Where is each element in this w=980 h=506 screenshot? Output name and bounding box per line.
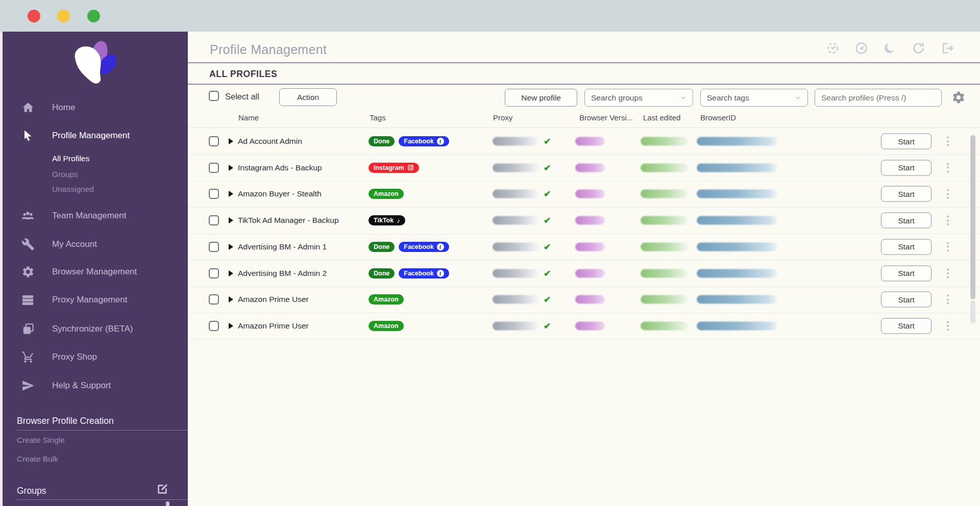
auto-update-icon[interactable]	[826, 41, 840, 55]
section-groups: Groups	[17, 486, 46, 496]
sidebar-item-label: Proxy Shop	[52, 352, 97, 362]
column-header-last-edited[interactable]: Last edited	[643, 113, 680, 122]
column-header-browser-version[interactable]: Browser Versi...	[579, 113, 633, 122]
start-button[interactable]: Start	[881, 160, 932, 175]
row-menu-kebab-icon[interactable]	[947, 163, 949, 172]
row-menu-kebab-icon[interactable]	[947, 268, 949, 278]
action-button[interactable]: Action	[279, 88, 337, 106]
sidebar-item-help-support[interactable]: Help & Support	[3, 375, 188, 396]
browser-version-redacted	[575, 321, 605, 330]
tag-done[interactable]: Done	[369, 242, 395, 252]
chevron-down-icon	[680, 94, 687, 101]
start-button[interactable]: Start	[881, 134, 932, 149]
row-menu-kebab-icon[interactable]	[947, 242, 949, 251]
table-row: Amazon Prime User Amazon ✔ Start	[188, 286, 980, 313]
expand-arrow-icon[interactable]	[229, 217, 233, 223]
sidebar-subitem-groups[interactable]: Groups	[52, 170, 78, 179]
expand-arrow-icon[interactable]	[229, 138, 233, 144]
proxy-value-redacted	[493, 216, 540, 225]
browserid-redacted	[697, 137, 777, 146]
dark-mode-moon-icon[interactable]	[883, 41, 897, 55]
column-header-tags[interactable]: Tags	[370, 113, 386, 122]
row-checkbox[interactable]	[209, 242, 219, 252]
expand-arrow-icon[interactable]	[229, 270, 233, 276]
instagram-icon	[407, 164, 414, 171]
expand-arrow-icon[interactable]	[229, 191, 233, 197]
tag-facebook[interactable]: Facebookf	[399, 268, 449, 279]
row-menu-kebab-icon[interactable]	[947, 216, 949, 225]
search-tags-select[interactable]: Search tags	[700, 89, 808, 107]
start-button[interactable]: Start	[881, 186, 932, 202]
close-button[interactable]	[28, 10, 40, 22]
expand-arrow-icon[interactable]	[229, 323, 233, 329]
select-all-checkbox[interactable]	[209, 91, 219, 101]
row-menu-kebab-icon[interactable]	[947, 189, 949, 199]
sidebar-item-label: Profile Management	[52, 131, 130, 141]
start-button[interactable]: Start	[881, 265, 932, 281]
proxy-value-redacted	[493, 321, 540, 330]
sidebar-item-synchronizer-beta-[interactable]: Synchronizer (BETA)	[3, 319, 188, 339]
tag-amazon[interactable]: Amazon	[369, 189, 404, 199]
row-checkbox[interactable]	[209, 189, 219, 199]
sidebar-item-home[interactable]: Home	[3, 97, 188, 118]
row-checkbox[interactable]	[209, 163, 219, 173]
proxy-value-redacted	[493, 269, 540, 277]
browser-version-redacted	[575, 190, 605, 198]
row-checkbox[interactable]	[209, 294, 219, 305]
start-button[interactable]: Start	[881, 213, 932, 229]
column-header-proxy[interactable]: Proxy	[493, 113, 512, 122]
start-button[interactable]: Start	[881, 239, 932, 255]
sidebar-item-proxy-management[interactable]: Proxy Management	[3, 290, 188, 310]
vertical-scrollbar[interactable]	[970, 135, 975, 299]
telegram-icon[interactable]	[854, 41, 868, 55]
row-checkbox[interactable]	[209, 136, 219, 146]
section-browser-profile-creation: Browser Profile Creation	[17, 416, 114, 426]
sidebar-item-create-single[interactable]: Create Single	[17, 436, 65, 445]
sidebar-item-team-management[interactable]: Team Management	[3, 206, 188, 226]
row-checkbox[interactable]	[209, 321, 219, 331]
sidebar-subitem-unassigned[interactable]: Unassigned	[52, 185, 94, 194]
profile-name: Advertising BM - Admin 1	[238, 242, 327, 251]
app-logo-icon	[68, 40, 124, 91]
edit-icon[interactable]	[156, 483, 169, 496]
sidebar-item-browser-management[interactable]: Browser Management	[3, 262, 188, 282]
search-profiles-input[interactable]	[815, 89, 942, 107]
profile-tags: DoneFacebookf	[369, 268, 449, 279]
tag-tiktok[interactable]: TikTok♪	[369, 215, 405, 225]
maximize-button[interactable]	[87, 10, 100, 22]
start-button[interactable]: Start	[881, 318, 932, 334]
tag-amazon[interactable]: Amazon	[369, 321, 404, 331]
tag-facebook[interactable]: Facebookf	[399, 242, 449, 252]
expand-arrow-icon[interactable]	[229, 296, 233, 302]
new-profile-button[interactable]: New profile	[505, 89, 577, 107]
tag-amazon[interactable]: Amazon	[369, 294, 404, 305]
main-content: Profile Management ALL PROFILES Select a…	[188, 32, 980, 506]
tag-done[interactable]: Done	[369, 136, 395, 146]
sidebar-item-profile-management[interactable]: Profile Management	[3, 125, 188, 146]
start-button[interactable]: Start	[881, 292, 932, 308]
row-menu-kebab-icon[interactable]	[947, 295, 949, 305]
minimize-button[interactable]	[57, 10, 70, 22]
sidebar-subitem-all-profiles[interactable]: All Profiles	[52, 154, 89, 163]
gear-icon	[21, 265, 35, 279]
expand-arrow-icon[interactable]	[229, 165, 233, 171]
tag-instagram[interactable]: Instagram	[369, 163, 419, 173]
search-groups-select[interactable]: Search groups	[584, 89, 693, 107]
sidebar-item-create-bulk[interactable]: Create Bulk	[17, 454, 58, 464]
expand-arrow-icon[interactable]	[229, 244, 233, 250]
row-checkbox[interactable]	[209, 268, 219, 279]
logout-icon[interactable]	[940, 41, 954, 55]
column-header-browserid[interactable]: BrowserID	[700, 113, 736, 122]
refresh-icon[interactable]	[912, 41, 925, 55]
gear-icon[interactable]	[951, 90, 966, 105]
sidebar-item-proxy-shop[interactable]: Proxy Shop	[3, 347, 188, 367]
tag-done[interactable]: Done	[369, 268, 395, 279]
browser-version-redacted	[575, 295, 605, 304]
tag-facebook[interactable]: Facebookf	[399, 136, 449, 146]
row-menu-kebab-icon[interactable]	[947, 137, 949, 146]
row-checkbox[interactable]	[209, 215, 219, 225]
profile-name: Amazon Prime User	[238, 321, 309, 331]
sidebar-item-my-account[interactable]: My Account	[3, 234, 188, 255]
column-header-name[interactable]: Name	[238, 113, 259, 122]
row-menu-kebab-icon[interactable]	[947, 321, 949, 331]
